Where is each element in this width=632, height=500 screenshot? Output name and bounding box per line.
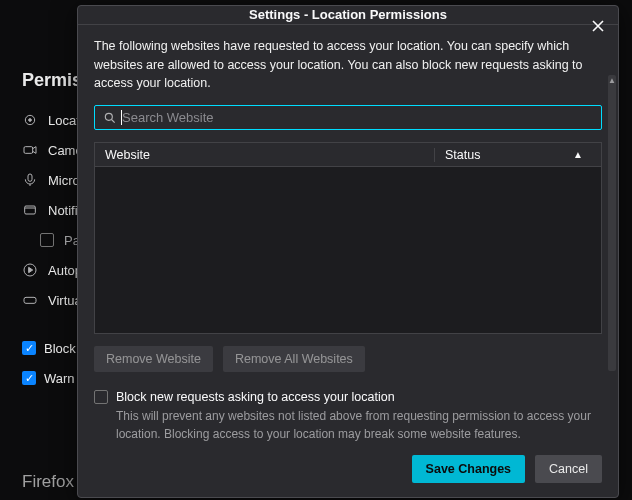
block-new-description: This will prevent any websites not liste… [116,408,602,443]
scroll-up-icon: ▲ [608,75,616,87]
search-input[interactable] [122,110,593,125]
remove-website-button[interactable]: Remove Website [94,346,213,372]
table-header: Website Status ▲ [95,143,601,167]
col-website[interactable]: Website [95,148,435,162]
checkbox-icon[interactable] [22,371,36,385]
block-new-checkbox[interactable] [94,390,108,404]
notifications-icon [22,202,38,218]
autoplay-icon [22,262,38,278]
svg-rect-2 [24,147,33,154]
camera-icon [22,142,38,158]
location-icon [22,112,38,128]
microphone-icon [22,172,38,188]
search-website-field[interactable] [94,105,602,130]
block-new-label: Block new requests asking to access your… [116,390,395,404]
svg-rect-6 [24,297,36,303]
col-status-label: Status [445,148,480,162]
dialog-intro-text: The following websites have requested to… [94,37,602,93]
table-body-empty [95,167,601,333]
dialog-title: Settings - Location Permissions [249,7,447,22]
checkbox-icon[interactable] [22,341,36,355]
svg-point-1 [29,119,32,122]
dialog-footer: Save Changes Cancel [78,443,618,497]
vr-icon [22,292,38,308]
svg-rect-3 [28,174,32,181]
svg-point-7 [105,113,112,120]
sort-caret-icon: ▲ [573,149,583,160]
dialog-header: Settings - Location Permissions [78,6,618,25]
search-icon [103,111,117,125]
websites-table: Website Status ▲ [94,142,602,334]
block-new-requests-row[interactable]: Block new requests asking to access your… [94,390,602,404]
col-status[interactable]: Status ▲ [435,148,601,162]
remove-all-websites-button[interactable]: Remove All Websites [223,346,365,372]
cancel-button[interactable]: Cancel [535,455,602,483]
location-permissions-dialog: Settings - Location Permissions ▲ The fo… [77,5,619,498]
save-changes-button[interactable]: Save Changes [412,455,525,483]
svg-rect-4 [25,206,36,214]
checkbox-icon[interactable] [40,233,54,247]
dialog-scrollbar[interactable]: ▲ [608,75,616,371]
